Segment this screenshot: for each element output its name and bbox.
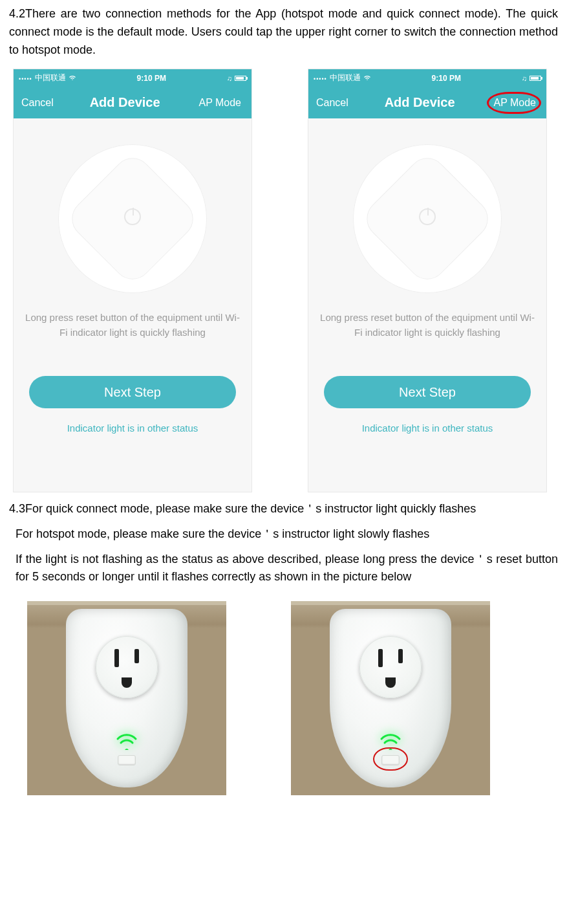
status-time: 9:10 PM xyxy=(432,74,461,83)
battery-icon xyxy=(235,76,246,81)
status-bar: 中国联通 9:10 PM ♫ xyxy=(14,69,251,87)
status-time: 9:10 PM xyxy=(137,74,166,83)
device-photo-flashing xyxy=(27,601,226,795)
next-step-button[interactable]: Next Step xyxy=(324,376,531,408)
headphone-icon: ♫ xyxy=(227,74,232,82)
other-status-link[interactable]: Indicator light is in other status xyxy=(362,423,493,434)
screen-body: Long press reset button of the equipment… xyxy=(308,118,546,492)
app-screenshots-row: 中国联通 9:10 PM ♫ Cancel Add Device AP Mode xyxy=(9,69,558,492)
wifi-icon xyxy=(363,74,371,82)
instruction-text: Long press reset button of the equipment… xyxy=(308,310,546,340)
reset-button-shape xyxy=(118,755,136,765)
nav-title: Add Device xyxy=(90,95,160,110)
app-screenshot-quickconnect: 中国联通 9:10 PM ♫ Cancel Add Device AP Mode xyxy=(13,69,252,492)
instruction-text: Long press reset button of the equipment… xyxy=(14,310,251,340)
app-screenshot-apmode: 中国联通 9:10 PM ♫ Cancel Add Device AP Mode xyxy=(308,69,547,492)
power-icon xyxy=(419,208,436,225)
nav-bar: Cancel Add Device AP Mode xyxy=(308,87,546,118)
paragraph-4-2: 4.2There are two connection methods for … xyxy=(9,5,558,60)
carrier-label: 中国联通 xyxy=(35,72,66,83)
wifi-led-icon xyxy=(380,733,401,750)
headphone-icon: ♫ xyxy=(522,74,527,82)
ap-mode-button[interactable]: AP Mode xyxy=(491,96,539,110)
paragraph-4-3-line1: 4.3For quick connect mode, please make s… xyxy=(9,500,558,518)
cancel-button[interactable]: Cancel xyxy=(21,97,54,109)
device-illustration xyxy=(58,144,207,293)
signal-dots-icon xyxy=(19,74,32,83)
signal-dots-icon xyxy=(314,74,327,83)
ap-mode-label: AP Mode xyxy=(493,97,536,108)
device-illustration xyxy=(353,144,502,293)
outlet-icon xyxy=(359,636,422,698)
reset-button-shape xyxy=(381,755,400,765)
power-icon xyxy=(124,208,141,225)
outlet-icon xyxy=(96,636,158,698)
battery-icon xyxy=(530,76,541,81)
nav-bar: Cancel Add Device AP Mode xyxy=(14,87,251,118)
wifi-icon xyxy=(69,74,76,82)
other-status-link[interactable]: Indicator light is in other status xyxy=(67,423,198,434)
ap-mode-button[interactable]: AP Mode xyxy=(196,96,244,110)
carrier-label: 中国联通 xyxy=(330,72,361,83)
status-bar: 中国联通 9:10 PM ♫ xyxy=(308,69,546,87)
paragraph-4-3-line3: If the light is not flashing as the stat… xyxy=(9,551,558,586)
nav-title: Add Device xyxy=(385,95,455,110)
wifi-led-icon xyxy=(116,733,138,750)
device-photos-row xyxy=(9,601,558,795)
screen-body: Long press reset button of the equipment… xyxy=(14,118,251,492)
cancel-button[interactable]: Cancel xyxy=(316,97,348,109)
next-step-button[interactable]: Next Step xyxy=(29,376,236,408)
device-photo-reset-circled xyxy=(291,601,490,795)
paragraph-4-3-line2: For hotspot mode, please make sure the d… xyxy=(9,525,558,543)
